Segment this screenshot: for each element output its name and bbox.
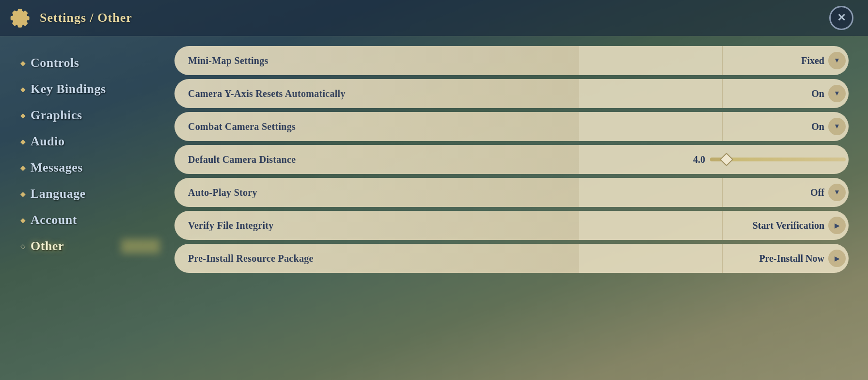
sidebar-label-controls: Controls [31,56,79,70]
camera-distance-slider-area: 4.0 [517,154,846,165]
body: ◆ Controls ◆ Key Bindings ◆ Graphics ◆ A… [0,36,868,380]
sidebar-item-language[interactable]: ◆ Language [15,182,155,206]
sidebar-label-account: Account [31,213,77,227]
minimap-dropdown-arrow[interactable]: ▼ [828,52,846,69]
setting-camera-y: Camera Y-Axis Resets Automatically On ▼ [174,79,849,108]
divider-camera-y [722,79,723,108]
other-glow [121,239,160,253]
combat-camera-value: On [811,121,824,132]
setting-autoplay: Auto-Play Story Off ▼ [174,178,849,207]
settings-content: Mini-Map Settings Fixed ▼ Camera Y-Axis … [165,36,868,380]
header-title: Settings / Other [40,11,132,25]
camera-distance-value: 4.0 [686,154,705,165]
sidebar-label-audio: Audio [31,134,64,149]
sidebar-label-key-bindings: Key Bindings [31,82,106,96]
sidebar-label-language: Language [31,187,86,201]
preinstall-action-area[interactable]: Pre-Install Now ▶ [739,250,846,267]
sidebar-item-key-bindings[interactable]: ◆ Key Bindings [15,77,155,101]
sidebar-item-graphics[interactable]: ◆ Graphics [15,103,155,127]
autoplay-dropdown-arrow[interactable]: ▼ [828,184,846,201]
camera-y-dropdown-arrow[interactable]: ▼ [828,85,846,102]
sidebar-label-messages: Messages [31,160,83,175]
slider-thumb[interactable] [719,153,733,166]
combat-camera-dropdown-arrow[interactable]: ▼ [828,118,846,135]
setting-minimap-label: Mini-Map Settings [188,55,739,66]
divider-verify [722,211,723,240]
setting-minimap: Mini-Map Settings Fixed ▼ [174,46,849,75]
setting-verify-label: Verify File Integrity [188,220,739,231]
sidebar-label-other: Other [31,239,64,253]
bullet-audio: ◆ [20,138,26,146]
setting-combat-camera: Combat Camera Settings On ▼ [174,112,849,141]
bullet-language: ◆ [20,190,26,198]
setting-camera-distance-label: Default Camera Distance [188,154,517,165]
minimap-value: Fixed [801,55,824,66]
verify-action-label: Start Verification [753,220,824,231]
bullet-controls: ◆ [20,59,26,67]
preinstall-action-label: Pre-Install Now [759,253,824,264]
settings-panel: Settings / Other ✕ ◆ Controls ◆ Key Bind… [0,0,868,380]
setting-autoplay-label: Auto-Play Story [188,187,739,198]
sidebar-item-account[interactable]: ◆ Account [15,208,155,232]
verify-action-circle[interactable]: ▶ [828,217,846,234]
divider-preinstall [722,244,723,273]
header-left: Settings / Other [10,6,132,30]
bullet-messages: ◆ [20,164,26,172]
divider-autoplay [722,178,723,207]
setting-camera-y-label: Camera Y-Axis Resets Automatically [188,88,739,99]
bullet-other: ◇ [20,242,26,251]
sidebar-item-controls[interactable]: ◆ Controls [15,51,155,75]
bullet-graphics: ◆ [20,111,26,120]
header: Settings / Other ✕ [0,0,868,36]
close-button[interactable]: ✕ [829,6,853,30]
setting-verify: Verify File Integrity Start Verification… [174,211,849,240]
setting-combat-camera-label: Combat Camera Settings [188,121,739,132]
sidebar-item-other[interactable]: ◇ Other [15,234,155,258]
minimap-value-area[interactable]: Fixed ▼ [739,52,846,69]
sidebar-label-graphics: Graphics [31,108,82,123]
bullet-key-bindings: ◆ [20,85,26,94]
sidebar-item-audio[interactable]: ◆ Audio [15,129,155,154]
setting-preinstall: Pre-Install Resource Package Pre-Install… [174,244,849,273]
setting-camera-distance: Default Camera Distance 4.0 [174,145,849,174]
camera-distance-slider[interactable] [710,158,846,161]
verify-action-area[interactable]: Start Verification ▶ [739,217,846,234]
divider-combat-camera [722,112,723,141]
sidebar: ◆ Controls ◆ Key Bindings ◆ Graphics ◆ A… [0,36,165,380]
preinstall-action-circle[interactable]: ▶ [828,250,846,267]
combat-camera-value-area[interactable]: On ▼ [739,118,846,135]
camera-y-value: On [811,88,824,99]
bullet-account: ◆ [20,216,26,224]
divider-minimap [722,46,723,75]
sidebar-item-messages[interactable]: ◆ Messages [15,156,155,180]
gear-icon [10,6,33,30]
autoplay-value-area[interactable]: Off ▼ [739,184,846,201]
camera-y-value-area[interactable]: On ▼ [739,85,846,102]
autoplay-value: Off [810,187,824,198]
setting-preinstall-label: Pre-Install Resource Package [188,253,739,264]
